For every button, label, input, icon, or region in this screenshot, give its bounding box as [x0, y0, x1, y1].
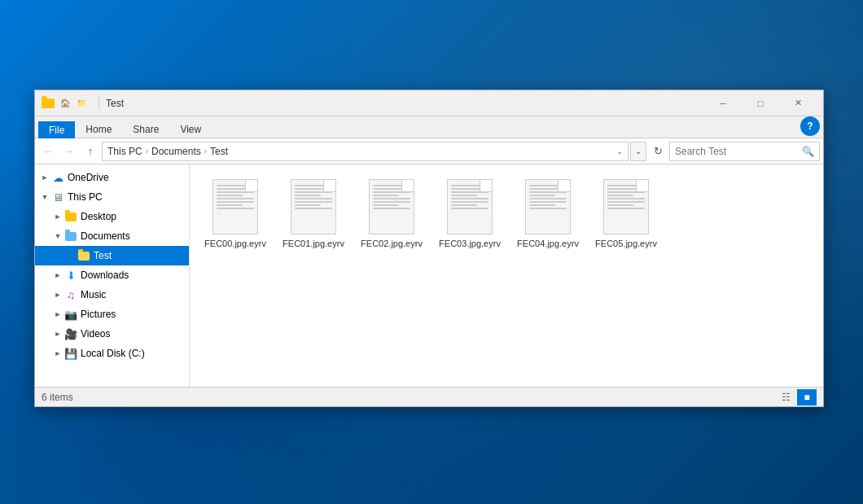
file-label-5: FEC05.jpg.eyrv	[595, 238, 657, 249]
file-icon-5	[603, 179, 649, 234]
address-bar: ← → ↑ This PC › Documents › Test ⌄ ⌄ ↻ 🔍	[35, 138, 823, 164]
sidebar-item-pictures[interactable]: ► 📷 Pictures	[35, 305, 189, 324]
expand-icon: ▼	[38, 191, 51, 204]
path-test: Test	[210, 146, 228, 157]
help-button[interactable]: ?	[800, 116, 820, 136]
large-icons-view-button[interactable]: ■	[797, 389, 817, 405]
sidebar-item-music-label: Music	[81, 289, 106, 300]
file-item[interactable]: FEC01.jpg.eyrv	[278, 174, 349, 254]
expand-icon	[64, 249, 77, 262]
properties-button[interactable]: 🏠	[58, 96, 72, 111]
file-icon-4	[525, 179, 571, 234]
file-label-0: FEC00.jpg.eyrv	[204, 238, 266, 249]
sidebar-item-videos-label: Videos	[81, 328, 110, 340]
tab-share[interactable]: Share	[122, 120, 169, 138]
sidebar: ► ☁ OneDrive ▼ 🖥 This PC ► Des	[35, 164, 190, 387]
expand-icon: ►	[38, 171, 51, 184]
videos-icon: 🎥	[64, 327, 77, 340]
file-label-4: FEC04.jpg.eyrv	[517, 238, 579, 249]
file-view: FEC00.jpg.eyrv FEC01.jpg.eyrv	[190, 164, 823, 387]
title-bar-folder-icon	[42, 97, 55, 110]
music-icon: ♫	[64, 288, 77, 301]
onedrive-icon: ☁	[51, 171, 64, 184]
sidebar-item-onedrive[interactable]: ► ☁ OneDrive	[35, 168, 189, 187]
tab-file[interactable]: File	[38, 121, 75, 138]
address-dropdown-button[interactable]: ⌄	[630, 142, 646, 161]
file-item[interactable]: FEC02.jpg.eyrv	[356, 174, 427, 254]
file-icon-3	[447, 179, 493, 234]
search-icon[interactable]: 🔍	[802, 146, 814, 157]
new-folder-button[interactable]: 📁	[74, 96, 89, 111]
test-folder-icon	[77, 249, 90, 262]
sidebar-item-documents-label: Documents	[81, 230, 130, 242]
file-icon-1	[291, 179, 336, 234]
pc-icon: 🖥	[51, 191, 64, 204]
sidebar-item-downloads[interactable]: ► ⬇ Downloads	[35, 265, 189, 285]
sidebar-item-downloads-label: Downloads	[81, 270, 129, 281]
file-label-3: FEC03.jpg.eyrv	[439, 238, 501, 249]
path-this-pc: This PC	[107, 146, 142, 157]
file-item[interactable]: FEC04.jpg.eyrv	[512, 174, 584, 254]
expand-icon: ▼	[51, 230, 64, 243]
tab-home[interactable]: Home	[75, 120, 122, 138]
content-area: ► ☁ OneDrive ▼ 🖥 This PC ► Des	[35, 164, 823, 387]
address-path[interactable]: This PC › Documents › Test ⌄	[102, 142, 629, 161]
expand-icon: ►	[51, 327, 64, 340]
sidebar-item-local-disk[interactable]: ► 💾 Local Disk (C:)	[35, 344, 189, 363]
file-label-1: FEC01.jpg.eyrv	[283, 238, 344, 249]
file-explorer-window: 🏠 📁 Test ─ □ ✕ File Home Share View ? ← …	[34, 90, 824, 407]
title-bar: 🏠 📁 Test ─ □ ✕	[35, 90, 823, 116]
expand-icon: ►	[51, 308, 64, 321]
expand-icon: ►	[51, 288, 64, 301]
file-item[interactable]: FEC03.jpg.eyrv	[434, 174, 506, 254]
quick-access-toolbar: 🏠 📁	[58, 96, 89, 111]
search-box[interactable]: 🔍	[669, 142, 820, 161]
sidebar-item-test-label: Test	[94, 250, 112, 261]
file-label-2: FEC02.jpg.eyrv	[361, 238, 423, 249]
hdd-icon: 💾	[64, 347, 77, 360]
documents-folder-icon	[64, 230, 77, 243]
refresh-button[interactable]: ↻	[648, 142, 668, 161]
sidebar-item-documents[interactable]: ▼ Documents	[35, 226, 189, 246]
minimize-button[interactable]: ─	[704, 90, 742, 116]
sidebar-item-desktop-label: Desktop	[81, 211, 116, 222]
details-view-button[interactable]: ☷	[776, 389, 795, 405]
file-icon-0	[212, 179, 258, 234]
expand-icon: ►	[51, 210, 64, 223]
file-item[interactable]: FEC05.jpg.eyrv	[590, 174, 662, 254]
path-documents: Documents	[151, 146, 201, 157]
up-button[interactable]: ↑	[81, 142, 100, 161]
file-icon-2	[369, 179, 414, 234]
sidebar-item-music[interactable]: ► ♫ Music	[35, 285, 189, 305]
expand-icon: ►	[51, 269, 64, 282]
desktop-folder-icon	[64, 210, 77, 223]
status-bar: 6 items ☷ ■	[35, 387, 823, 406]
view-toggle: ☷ ■	[776, 389, 817, 405]
sidebar-item-pictures-label: Pictures	[81, 309, 116, 320]
close-button[interactable]: ✕	[779, 90, 817, 116]
sidebar-item-local-disk-label: Local Disk (C:)	[81, 348, 145, 359]
forward-button[interactable]: →	[59, 142, 79, 161]
window-controls: ─ □ ✕	[704, 90, 817, 116]
sidebar-item-this-pc-label: This PC	[68, 191, 103, 203]
sidebar-item-desktop[interactable]: ► Desktop	[35, 207, 189, 226]
title-separator	[99, 97, 99, 110]
window-title: Test	[106, 98, 704, 109]
ribbon: File Home Share View ?	[35, 116, 823, 138]
tab-view[interactable]: View	[169, 120, 212, 138]
pictures-icon: 📷	[64, 308, 77, 321]
search-input[interactable]	[675, 146, 799, 157]
back-button[interactable]: ←	[38, 142, 58, 161]
sidebar-item-onedrive-label: OneDrive	[68, 172, 109, 183]
ribbon-tab-bar: File Home Share View ?	[35, 116, 823, 138]
sidebar-item-test[interactable]: Test	[35, 246, 189, 265]
file-item[interactable]: FEC00.jpg.eyrv	[199, 174, 271, 254]
sidebar-item-videos[interactable]: ► 🎥 Videos	[35, 324, 189, 344]
sidebar-item-this-pc[interactable]: ▼ 🖥 This PC	[35, 187, 189, 207]
downloads-icon: ⬇	[64, 269, 77, 282]
expand-icon: ►	[51, 347, 64, 360]
item-count: 6 items	[42, 392, 73, 403]
maximize-button[interactable]: □	[742, 90, 779, 116]
